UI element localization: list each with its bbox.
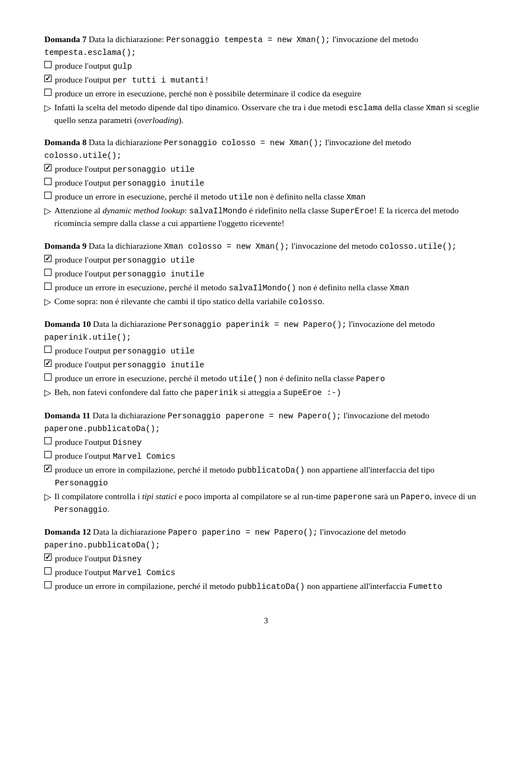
q9-checkbox-0[interactable] [44,255,52,262]
question-q11: Domanda 11 Data la dichiarazione Persona… [44,409,488,516]
question-q10: Domanda 10 Data la dichiarazione Persona… [44,318,488,399]
q7-arrow-icon: ▷ [44,102,51,114]
q8-title: Domanda 8 Data la dichiarazione Personag… [44,136,488,162]
q10-option-1: produce l'output personaggio inutile [44,358,488,371]
question-q7: Domanda 7 Data la dichiarazione: Persona… [44,33,488,126]
q10-option-text-2: produce un errore in esecuzione, perché … [55,372,385,385]
q10-title: Domanda 10 Data la dichiarazione Persona… [44,318,488,344]
q11-title: Domanda 11 Data la dichiarazione Persona… [44,409,488,435]
q12-checkbox-2[interactable] [44,581,52,588]
q8-arrow-text: Attenzione al dynamic method lookup: sal… [54,204,488,229]
q7-option-2: produce un errore in esecuzione, perché … [44,88,488,100]
q9-option-text-0: produce l'output personaggio utile [55,254,195,266]
page-content: Domanda 7 Data la dichiarazione: Persona… [44,33,488,774]
q10-arrow-icon: ▷ [44,387,51,399]
q10-option-text-0: produce l'output personaggio utile [55,345,195,357]
q9-arrow-icon: ▷ [44,296,51,308]
q8-option-text-2: produce un errore in esecuzione, perché … [55,191,366,203]
q7-option-0: produce l'output gulp [44,60,488,73]
q10-checkbox-1[interactable] [44,360,52,367]
q10-checkbox-0[interactable] [44,346,52,353]
q12-option-text-2: produce un errore in compilazione, perch… [55,580,442,593]
q11-arrow-note: ▷Il compilatore controlla i tipi statici… [44,490,488,516]
q9-option-1: produce l'output personaggio inutile [44,268,488,280]
q9-option-2: produce un errore in esecuzione, perché … [44,281,488,294]
q8-option-1: produce l'output personaggio inutile [44,177,488,189]
q8-arrow-icon: ▷ [44,205,51,217]
q11-option-1: produce l'output Marvel Comics [44,450,488,463]
q9-checkbox-1[interactable] [44,269,52,276]
q7-option-1: produce l'output per tutti i mutanti! [44,74,488,86]
q10-option-2: produce un errore in esecuzione, perché … [44,372,488,385]
q12-option-0: produce l'output Disney [44,552,488,565]
q11-option-0: produce l'output Disney [44,436,488,449]
q11-option-text-1: produce l'output Marvel Comics [55,450,176,463]
q12-option-text-0: produce l'output Disney [55,552,142,565]
q11-option-text-0: produce l'output Disney [55,436,142,449]
q8-arrow-note: ▷Attenzione al dynamic method lookup: sa… [44,204,488,229]
q7-title: Domanda 7 Data la dichiarazione: Persona… [44,33,488,59]
q11-arrow-text: Il compilatore controlla i tipi statici … [54,490,488,516]
q12-option-text-1: produce l'output Marvel Comics [55,566,176,579]
question-q9: Domanda 9 Data la dichiarazione Xman col… [44,240,488,309]
q11-arrow-icon: ▷ [44,491,51,503]
q8-option-0: produce l'output personaggio utile [44,163,488,176]
q9-checkbox-2[interactable] [44,283,52,290]
q7-option-text-2: produce un errore in esecuzione, perché … [55,88,361,100]
q12-checkbox-0[interactable] [44,553,52,561]
q11-option-2: produce un errore in compilazione, perch… [44,464,488,489]
q9-option-text-2: produce un errore in esecuzione, perché … [55,281,409,294]
q9-arrow-note: ▷Come sopra: non é rilevante che cambi i… [44,295,488,308]
q8-checkbox-0[interactable] [44,164,52,171]
q7-checkbox-0[interactable] [44,61,52,68]
q9-option-0: produce l'output personaggio utile [44,254,488,266]
q10-option-0: produce l'output personaggio utile [44,345,488,357]
q7-arrow-note: ▷Infatti la scelta del metodo dipende da… [44,101,488,126]
q9-arrow-text: Come sopra: non é rilevante che cambi il… [54,295,324,308]
q11-checkbox-1[interactable] [44,451,52,458]
question-q12: Domanda 12 Data la dichiarazione Papero … [44,526,488,593]
q12-option-1: produce l'output Marvel Comics [44,566,488,579]
q7-option-text-0: produce l'output gulp [55,60,132,73]
q9-title: Domanda 9 Data la dichiarazione Xman col… [44,240,488,253]
q11-checkbox-2[interactable] [44,465,52,472]
q10-checkbox-2[interactable] [44,373,52,381]
q7-arrow-text: Infatti la scelta del metodo dipende dal… [54,101,488,126]
q11-checkbox-0[interactable] [44,437,52,444]
q8-option-2: produce un errore in esecuzione, perché … [44,191,488,203]
page-number: 3 [44,615,488,627]
q10-option-text-1: produce l'output personaggio inutile [55,358,204,371]
q12-title: Domanda 12 Data la dichiarazione Papero … [44,526,488,551]
q11-option-text-2: produce un errore in compilazione, perch… [55,464,488,489]
q12-checkbox-1[interactable] [44,567,52,575]
q8-checkbox-2[interactable] [44,192,52,199]
q9-option-text-1: produce l'output personaggio inutile [55,268,204,280]
q7-option-text-1: produce l'output per tutti i mutanti! [55,74,209,86]
q8-option-text-1: produce l'output personaggio inutile [55,177,204,189]
question-q8: Domanda 8 Data la dichiarazione Personag… [44,136,488,230]
q10-arrow-text: Beh, non fatevi confondere dal fatto che… [54,386,341,399]
q8-option-text-0: produce l'output personaggio utile [55,163,195,176]
q8-checkbox-1[interactable] [44,178,52,185]
q7-checkbox-1[interactable] [44,75,52,82]
q7-checkbox-2[interactable] [44,89,52,96]
questions-container: Domanda 7 Data la dichiarazione: Persona… [44,33,488,593]
q10-arrow-note: ▷Beh, non fatevi confondere dal fatto ch… [44,386,488,399]
q12-option-2: produce un errore in compilazione, perch… [44,580,488,593]
